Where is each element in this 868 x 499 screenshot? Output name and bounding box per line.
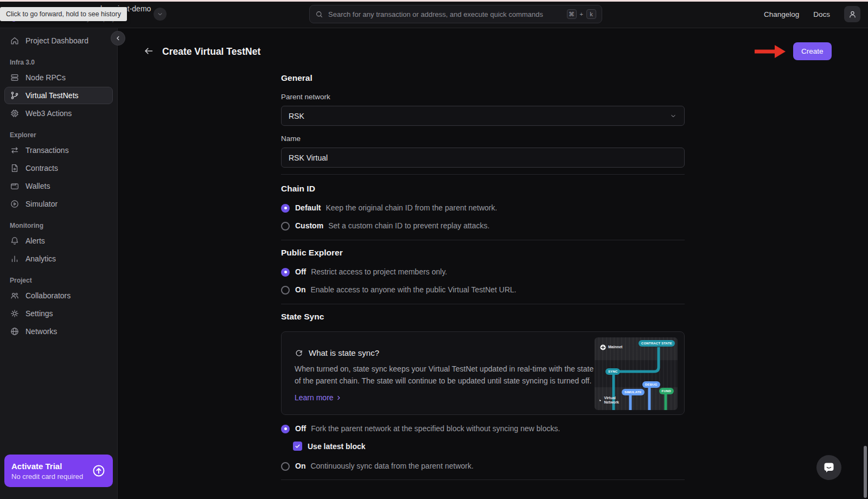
create-button[interactable]: Create	[793, 42, 832, 60]
topbar: my-rsk-project-demo my-rsk-project Searc…	[0, 0, 868, 28]
chat-bubble-icon	[822, 461, 835, 474]
radio-selected[interactable]	[281, 268, 290, 277]
create-testnet-form: General Parent network RSK Name Chain ID…	[281, 73, 685, 480]
radio-unselected[interactable]	[281, 462, 290, 471]
radio-description: Set a custom chain ID to prevent replay …	[328, 221, 489, 230]
cpu-icon	[10, 108, 20, 118]
sidebar-section-explorer: Explorer	[10, 131, 107, 139]
k-key-badge: k	[586, 9, 596, 19]
state-sync-option-on[interactable]: OnContinuously sync data from the parent…	[281, 462, 685, 471]
public-explorer-heading: Public Explorer	[281, 247, 685, 258]
sidebar-item-alerts[interactable]: Alerts	[4, 232, 113, 250]
chevron-down-icon	[157, 11, 163, 17]
page-title: Create Virtual TestNet	[162, 46, 260, 57]
sidebar-section-infra: Infra 3.0	[10, 59, 107, 66]
chevron-right-icon	[336, 395, 342, 401]
radio-label: On	[295, 285, 305, 294]
bar-chart-icon	[10, 254, 20, 264]
sidebar-item-networks[interactable]: Networks	[4, 323, 113, 340]
user-icon	[848, 10, 857, 19]
sidebar-item-label: Alerts	[25, 236, 45, 245]
sidebar-item-node-rpcs[interactable]: Node RPCs	[4, 69, 113, 86]
radio-description: Fork the parent network at the specified…	[311, 424, 560, 433]
global-search-input[interactable]: Search for any transaction or address, a…	[309, 5, 602, 23]
search-icon	[315, 10, 323, 18]
use-latest-block-checkbox-row[interactable]: Use latest block	[293, 442, 685, 451]
radio-label: Off	[295, 267, 306, 276]
diagram-mainnet-node: Mainnet	[600, 344, 622, 350]
radio-selected[interactable]	[281, 425, 290, 433]
radio-label: Default	[295, 203, 321, 212]
project-chevron-button[interactable]	[154, 8, 167, 21]
trial-subtitle: No credit card required	[11, 472, 83, 481]
sidebar-item-contracts[interactable]: Contracts	[4, 159, 113, 177]
public-explorer-option-on[interactable]: OnEnable access to anyone with the publi…	[281, 285, 685, 295]
general-heading: General	[281, 73, 685, 84]
sidebar-item-virtual-testnets[interactable]: Virtual TestNets	[4, 87, 113, 104]
vertical-scrollbar-thumb[interactable]	[864, 446, 867, 498]
state-sync-heading: State Sync	[281, 311, 685, 322]
sidebar-item-settings[interactable]: Settings	[4, 305, 113, 322]
sidebar-item-label: Virtual TestNets	[25, 91, 79, 100]
radio-selected[interactable]	[281, 204, 290, 213]
virtual-network-label: Virtual Network	[604, 396, 621, 405]
section-divider	[281, 240, 685, 240]
support-chat-button[interactable]	[816, 455, 841, 480]
chevron-down-icon	[669, 112, 677, 120]
contract-state-badge: CONTRACT STATE	[639, 340, 675, 347]
user-menu-button[interactable]	[844, 6, 860, 22]
sidebar-item-transactions[interactable]: Transactions	[4, 142, 113, 159]
activate-trial-banner[interactable]: Activate Trial No credit card required	[4, 455, 113, 487]
learn-more-label: Learn more	[295, 393, 334, 402]
sync-badge: SYNC	[605, 368, 620, 375]
chain-id-option-custom[interactable]: CustomSet a custom chain ID to prevent r…	[281, 221, 685, 231]
section-divider	[281, 479, 685, 480]
sidebar-item-label: Networks	[25, 327, 57, 336]
chevron-left-icon	[115, 35, 121, 41]
radio-unselected[interactable]	[281, 286, 290, 295]
state-sync-info-card: What is state sync? When turned on, stat…	[281, 331, 685, 415]
debug-badge: DEBUG	[642, 381, 660, 388]
radio-description: Restrict access to project members only.	[311, 267, 447, 276]
sidebar-item-collaborators[interactable]: Collaborators	[4, 287, 113, 304]
back-button[interactable]	[143, 46, 156, 57]
name-input[interactable]	[281, 148, 685, 168]
section-divider	[281, 304, 685, 304]
use-latest-block-label: Use latest block	[308, 442, 366, 451]
public-explorer-option-off[interactable]: OffRestrict access to project members on…	[281, 267, 685, 277]
sidebar-item-simulator[interactable]: Simulator	[4, 195, 113, 213]
sidebar-item-label: Collaborators	[25, 291, 71, 300]
checkbox-checked[interactable]	[293, 442, 302, 451]
sidebar-item-analytics[interactable]: Analytics	[4, 250, 113, 267]
sidebar: Project Dashboard Infra 3.0 Node RPCs Vi…	[0, 28, 118, 499]
radio-unselected[interactable]	[281, 222, 290, 231]
people-icon	[10, 291, 20, 300]
contract-file-icon	[10, 163, 20, 173]
parent-network-value: RSK	[289, 112, 304, 120]
sidebar-collapse-button[interactable]	[111, 31, 125, 46]
name-label: Name	[281, 134, 685, 143]
window-top-edge	[0, 0, 868, 2]
parent-network-select[interactable]: RSK	[281, 106, 685, 126]
trial-title: Activate Trial	[11, 462, 83, 471]
sidebar-item-project-dashboard[interactable]: Project Dashboard	[4, 32, 113, 49]
chain-id-option-default[interactable]: DefaultKeep the original chain ID from t…	[281, 203, 685, 213]
radio-label: Off	[295, 424, 306, 433]
docs-link[interactable]: Docs	[813, 10, 830, 18]
topbar-actions: Changelog Docs	[764, 0, 860, 28]
state-sync-info-title: What is state sync?	[309, 348, 379, 357]
sidebar-item-label: Contracts	[25, 164, 58, 172]
radio-description: Enable access to anyone with the public …	[310, 285, 516, 294]
state-sync-option-off[interactable]: OffFork the parent network at the specif…	[281, 424, 685, 433]
changelog-link[interactable]: Changelog	[764, 10, 799, 18]
bell-icon	[10, 236, 20, 246]
sidebar-item-label: Settings	[25, 309, 53, 318]
sidebar-item-web3-actions[interactable]: Web3 Actions	[4, 105, 113, 122]
mainnet-icon	[600, 344, 606, 350]
sidebar-section-monitoring: Monitoring	[10, 222, 107, 229]
wallet-icon	[10, 181, 20, 191]
sidebar-item-wallets[interactable]: Wallets	[4, 177, 113, 195]
simulate-badge: SIMULATE	[622, 389, 644, 395]
server-icon	[10, 73, 20, 82]
state-sync-info-body: When turned on, state sync keeps your Vi…	[295, 363, 596, 387]
